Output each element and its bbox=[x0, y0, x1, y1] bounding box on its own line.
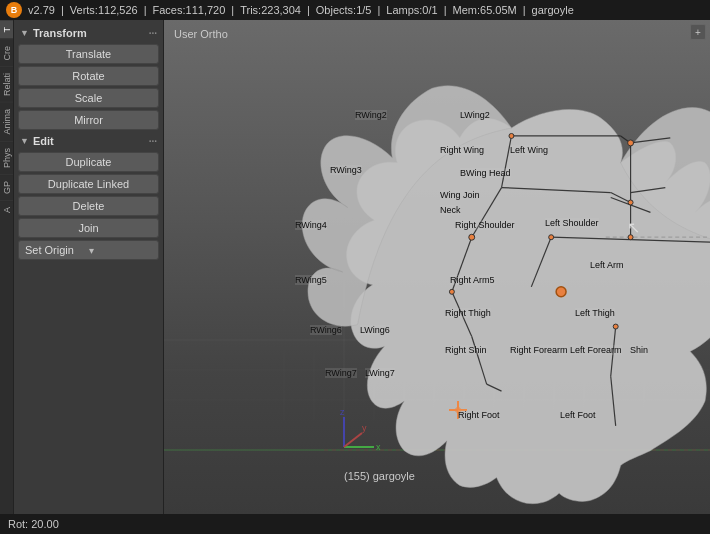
faces-info: Faces:111,720 bbox=[153, 4, 226, 16]
set-origin-arrow-icon: ▾ bbox=[89, 245, 153, 256]
bone-label: RWing5 bbox=[295, 275, 327, 285]
blender-version: v2.79 bbox=[28, 4, 55, 16]
bone-label: Shin bbox=[630, 345, 648, 355]
tab-animation[interactable]: Anima bbox=[0, 102, 13, 141]
bone-label: LWing7 bbox=[365, 368, 395, 378]
bone-label: RWing2 bbox=[355, 110, 387, 120]
mirror-button[interactable]: Mirror bbox=[18, 110, 159, 130]
tris-info: Tris:223,304 bbox=[240, 4, 301, 16]
separator: | bbox=[377, 4, 380, 16]
set-origin-button[interactable]: Set Origin ▾ bbox=[18, 240, 159, 260]
edit-section-header[interactable]: ▼ Edit ··· bbox=[18, 132, 159, 150]
bone-label: Left Shoulder bbox=[545, 218, 599, 228]
bone-label: Right Forearm bbox=[510, 345, 568, 355]
main-area: T Cre Relati Anima Phys GP A ▼ Transform… bbox=[0, 20, 710, 514]
bone-label: Right Shin bbox=[445, 345, 487, 355]
edit-triangle-icon: ▼ bbox=[20, 136, 29, 146]
tab-create[interactable]: Cre bbox=[0, 39, 13, 67]
mem-info: Mem:65.05M bbox=[453, 4, 517, 16]
delete-button[interactable]: Delete bbox=[18, 196, 159, 216]
bone-label: LWing6 bbox=[360, 325, 390, 335]
bone-label: RWing4 bbox=[295, 220, 327, 230]
separator: | bbox=[61, 4, 64, 16]
bone-label: Wing Join bbox=[440, 190, 480, 200]
bone-label: Right Arm5 bbox=[450, 275, 495, 285]
duplicate-button[interactable]: Duplicate bbox=[18, 152, 159, 172]
3d-viewport[interactable]: User Ortho + ↖ x z y (155) gargoyle bbox=[164, 20, 710, 514]
bone-label: LWing2 bbox=[460, 110, 490, 120]
scale-button[interactable]: Scale bbox=[18, 88, 159, 108]
bone-label: Left Arm bbox=[590, 260, 624, 270]
tab-a[interactable]: A bbox=[0, 200, 13, 219]
bone-label: Left Foot bbox=[560, 410, 596, 420]
bone-labels-container: RWing2LWing2Right WingLeft WingRWing3BWi… bbox=[164, 20, 710, 514]
objects-info: Objects:1/5 bbox=[316, 4, 372, 16]
top-bar: B v2.79 | Verts:112,526 | Faces:111,720 … bbox=[0, 0, 710, 20]
separator: | bbox=[144, 4, 147, 16]
left-tab-bar: T Cre Relati Anima Phys GP A bbox=[0, 20, 14, 514]
bone-label: Right Thigh bbox=[445, 308, 491, 318]
tab-physics[interactable]: Phys bbox=[0, 141, 13, 174]
duplicate-linked-button[interactable]: Duplicate Linked bbox=[18, 174, 159, 194]
bone-label: RWing7 bbox=[325, 368, 357, 378]
set-origin-label: Set Origin bbox=[25, 244, 89, 256]
bone-label: Right Foot bbox=[458, 410, 500, 420]
rotate-button[interactable]: Rotate bbox=[18, 66, 159, 86]
bone-label: Left Wing bbox=[510, 145, 548, 155]
transform-label: Transform bbox=[33, 27, 87, 39]
bone-label: BWing Head bbox=[460, 168, 511, 178]
bone-label: Left Thigh bbox=[575, 308, 615, 318]
separator: | bbox=[307, 4, 310, 16]
bone-label: Neck bbox=[440, 205, 461, 215]
bone-label: Left Forearm bbox=[570, 345, 622, 355]
sidebar-panel: ▼ Transform ··· Translate Rotate Scale M… bbox=[14, 20, 164, 514]
bone-label: RWing3 bbox=[330, 165, 362, 175]
bottom-bar: Rot: 20.00 bbox=[0, 514, 710, 534]
lamps-info: Lamps:0/1 bbox=[386, 4, 437, 16]
transform-options-icon: ··· bbox=[149, 28, 157, 39]
tab-tools[interactable]: T bbox=[0, 20, 13, 39]
edit-options-icon: ··· bbox=[149, 136, 157, 147]
tab-relations[interactable]: Relati bbox=[0, 66, 13, 102]
rotation-info: Rot: 20.00 bbox=[8, 518, 59, 530]
blender-logo[interactable]: B bbox=[6, 2, 22, 18]
edit-label: Edit bbox=[33, 135, 54, 147]
join-button[interactable]: Join bbox=[18, 218, 159, 238]
tab-grease-pencil[interactable]: GP bbox=[0, 174, 13, 200]
bone-label: RWing6 bbox=[310, 325, 342, 335]
separator: | bbox=[523, 4, 526, 16]
translate-button[interactable]: Translate bbox=[18, 44, 159, 64]
bone-label: Right Shoulder bbox=[455, 220, 515, 230]
verts-info: Verts:112,526 bbox=[70, 4, 138, 16]
transform-section-header[interactable]: ▼ Transform ··· bbox=[18, 24, 159, 42]
bone-label: Right Wing bbox=[440, 145, 484, 155]
separator: | bbox=[231, 4, 234, 16]
separator: | bbox=[444, 4, 447, 16]
scene-name: gargoyle bbox=[532, 4, 574, 16]
transform-triangle-icon: ▼ bbox=[20, 28, 29, 38]
